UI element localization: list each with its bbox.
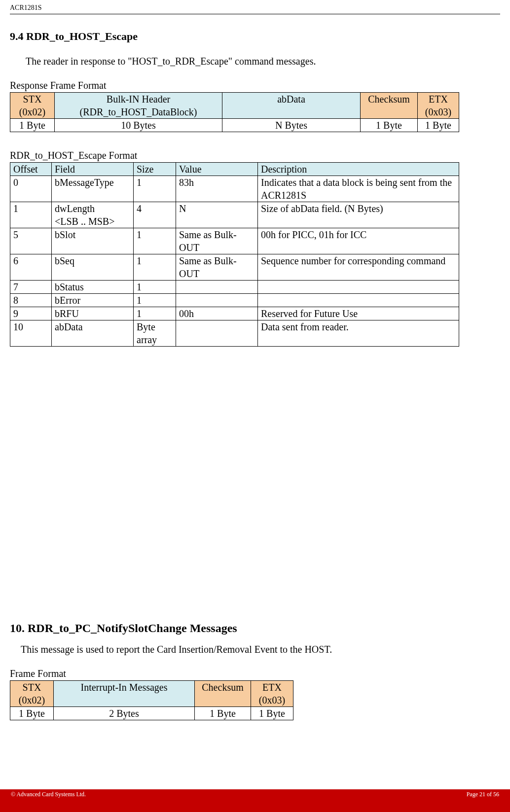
table-cell: bRFU — [52, 307, 134, 320]
page-footer: © Advanced Card Systems Ltd. Page 21 of … — [0, 789, 510, 812]
table-row: 10abDataByte arrayData sent from reader. — [10, 320, 459, 347]
footer-right: Page 21 of 56 — [467, 791, 499, 798]
table-cell: 9 — [10, 307, 52, 320]
table-cell: 7 — [10, 281, 52, 294]
table-title-frame-format: Frame Format — [10, 668, 500, 679]
table-title-response-frame: Response Frame Format — [10, 80, 500, 91]
t1-r5: 1 Byte — [418, 119, 459, 132]
doc-id: ACR1281S — [10, 4, 42, 11]
table-cell: 1 — [10, 202, 52, 228]
t1-r2: 10 Bytes — [55, 119, 222, 132]
table-cell: 4 — [134, 202, 176, 228]
table-cell: 6 — [10, 254, 52, 281]
table-cell: N — [176, 202, 258, 228]
t2-h-c4: Value — [176, 163, 258, 176]
t2-h-c5: Description — [258, 163, 459, 176]
section-heading-10: 10. RDR_to_PC_NotifySlotChange Messages — [10, 622, 500, 635]
section-heading-9-4: 9.4 RDR_to_HOST_Escape — [10, 30, 500, 43]
t2-h-c3: Size — [134, 163, 176, 176]
t3-h2: Interrupt-In Messages — [54, 681, 195, 707]
table-cell: dwLength <LSB .. MSB> — [52, 202, 134, 228]
t1-h5: ETX (0x03) — [418, 93, 459, 119]
table-cell: abData — [52, 320, 134, 347]
table-cell: Data sent from reader. — [258, 320, 459, 347]
t3-h3: Checksum — [195, 681, 251, 707]
table-cell: Indicates that a data block is being sen… — [258, 176, 459, 202]
frame-format-table: STX (0x02) Interrupt-In Messages Checksu… — [10, 680, 293, 720]
t1-r1: 1 Byte — [10, 119, 55, 132]
table-cell: bMessageType — [52, 176, 134, 202]
table-row: 5bSlot1Same as Bulk-OUT00h for PICC, 01h… — [10, 228, 459, 254]
footer-left: © Advanced Card Systems Ltd. — [11, 791, 86, 798]
table-row: 9bRFU100hReserved for Future Use — [10, 307, 459, 320]
table-cell: 1 — [134, 281, 176, 294]
table-cell: 1 — [134, 254, 176, 281]
table-cell: 1 — [134, 294, 176, 307]
table-cell — [176, 281, 258, 294]
t2-h-c1: Offset — [10, 163, 52, 176]
table-cell: 1 — [134, 228, 176, 254]
table-cell: 83h — [176, 176, 258, 202]
response-frame-format-table: STX (0x02) Bulk-IN Header (RDR_to_HOST_D… — [10, 92, 459, 132]
table-cell: 1 — [134, 307, 176, 320]
table-cell: 00h — [176, 307, 258, 320]
table-cell: Same as Bulk-OUT — [176, 254, 258, 281]
table-row: 7bStatus1 — [10, 281, 459, 294]
t3-r4: 1 Byte — [251, 707, 293, 720]
t1-h1: STX (0x02) — [10, 93, 55, 119]
table-cell: bStatus — [52, 281, 134, 294]
table-row: 0bMessageType183hIndicates that a data b… — [10, 176, 459, 202]
t3-h1: STX (0x02) — [10, 681, 54, 707]
table-cell: Sequence number for corresponding comman… — [258, 254, 459, 281]
table-cell: Byte array — [134, 320, 176, 347]
page-content: 9.4 RDR_to_HOST_Escape The reader in res… — [0, 14, 510, 720]
table-title-escape-format: RDR_to_HOST_Escape Format — [10, 150, 500, 161]
table-cell: bError — [52, 294, 134, 307]
table-cell: 5 — [10, 228, 52, 254]
table-row: 8bError1 — [10, 294, 459, 307]
t1-r3: N Bytes — [222, 119, 361, 132]
rdr-to-host-escape-format-table: Offset Field Size Value Description 0bMe… — [10, 162, 459, 347]
t3-r3: 1 Byte — [195, 707, 251, 720]
table-row: 6bSeq1Same as Bulk-OUTSequence number fo… — [10, 254, 459, 281]
page-header: ACR1281S — [0, 0, 510, 14]
t1-h3: abData — [222, 93, 361, 119]
t1-r4: 1 Byte — [361, 119, 418, 132]
spacer — [10, 364, 500, 616]
table-cell — [176, 294, 258, 307]
section2-paragraph: This message is used to report the Card … — [10, 644, 500, 655]
table-cell — [258, 294, 459, 307]
table-cell: bSlot — [52, 228, 134, 254]
t1-h2: Bulk-IN Header (RDR_to_HOST_DataBlock) — [55, 93, 222, 119]
t3-r2: 2 Bytes — [54, 707, 195, 720]
table-cell: bSeq — [52, 254, 134, 281]
table-cell: 8 — [10, 294, 52, 307]
t2-h-c2: Field — [52, 163, 134, 176]
t3-h4: ETX (0x03) — [251, 681, 293, 707]
section-paragraph: The reader in response to "HOST_to_RDR_E… — [10, 56, 500, 67]
table-cell: Size of abData field. (N Bytes) — [258, 202, 459, 228]
t1-h4: Checksum — [361, 93, 418, 119]
table-cell — [258, 281, 459, 294]
table-cell: Reserved for Future Use — [258, 307, 459, 320]
table-cell: Same as Bulk-OUT — [176, 228, 258, 254]
table-cell: 1 — [134, 176, 176, 202]
table-cell: 10 — [10, 320, 52, 347]
table-cell: 00h for PICC, 01h for ICC — [258, 228, 459, 254]
t3-r1: 1 Byte — [10, 707, 54, 720]
table-row: 1dwLength <LSB .. MSB>4NSize of abData f… — [10, 202, 459, 228]
table-cell: 0 — [10, 176, 52, 202]
table-cell — [176, 320, 258, 347]
